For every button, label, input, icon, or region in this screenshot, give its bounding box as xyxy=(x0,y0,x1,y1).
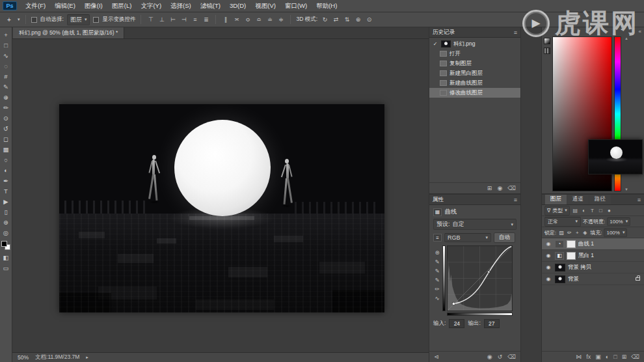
history-item-modify-curves-layer[interactable]: 修改曲线图层 xyxy=(429,88,520,98)
auto-button[interactable]: 自动 xyxy=(494,232,515,243)
tab-layers[interactable]: 图层 xyxy=(545,194,567,204)
history-panel-tab[interactable]: 历史记录 xyxy=(433,29,455,36)
curves-editor[interactable] xyxy=(442,245,513,316)
menu-filter[interactable]: 滤镜(T) xyxy=(196,0,225,12)
auto-select-checkbox[interactable] xyxy=(31,17,37,23)
create-snapshot-icon[interactable]: ◉ xyxy=(497,185,502,191)
new-group-icon[interactable]: □ xyxy=(613,354,617,360)
tab-paths[interactable]: 路径 xyxy=(589,194,611,204)
filter-kind-dropdown[interactable]: ∇ 类型 ▾ xyxy=(544,206,570,216)
new-adjustment-layer-icon[interactable]: ◐ xyxy=(606,354,609,360)
document-tab[interactable]: 科幻.png @ 50% (曲线 1, 图层蒙版/16) * xyxy=(13,27,124,38)
zoom-tool[interactable]: ◎ xyxy=(1,227,12,238)
opacity-dropdown[interactable]: 100% ▾ xyxy=(607,217,630,226)
fill-dropdown[interactable]: 100% ▾ xyxy=(604,229,627,237)
curves-graph[interactable] xyxy=(447,245,513,311)
align-vertical-centers-icon[interactable]: ⊥ xyxy=(157,16,166,23)
layer-bw-1[interactable]: ◉ ◧ 黑白 1 xyxy=(542,250,644,262)
tool-preset-caret-icon[interactable]: ▾ xyxy=(18,17,20,22)
new-document-from-state-icon[interactable]: ⊞ xyxy=(487,185,492,191)
foreground-color-swatch[interactable] xyxy=(1,241,7,247)
adjustment-layer-thumbnail[interactable]: ◔ xyxy=(555,240,564,248)
status-arrow-icon[interactable]: ▸ xyxy=(86,355,88,360)
layer-style-icon[interactable]: fx xyxy=(586,354,591,360)
new-layer-icon[interactable]: ⊞ xyxy=(622,354,627,360)
collapse-panel-icon[interactable]: « xyxy=(639,29,641,35)
gray-point-eyedropper-icon[interactable]: ✎ xyxy=(435,268,439,274)
align-right-edges-icon[interactable]: ≣ xyxy=(202,16,210,23)
hand-tool[interactable]: ⊛ xyxy=(1,217,12,227)
type-tool[interactable]: T xyxy=(1,186,12,196)
crop-tool[interactable]: # xyxy=(1,71,12,81)
3d-drag-icon[interactable]: ⇅ xyxy=(343,16,351,23)
layer-background-copy[interactable]: ◉ 背景 拷贝 xyxy=(542,262,644,273)
layer-visibility-icon[interactable]: ◉ xyxy=(544,264,552,270)
clip-to-layer-icon[interactable]: ⊲ xyxy=(434,354,439,360)
gradient-tool[interactable]: ▦ xyxy=(1,144,12,154)
brush-tool[interactable]: ✏ xyxy=(1,102,12,113)
layer-curves-1[interactable]: ◉ ◔ 曲线 1 xyxy=(542,238,644,250)
layer-name[interactable]: 背景 拷贝 xyxy=(568,264,591,272)
distribute-right-edges-icon[interactable]: ≑ xyxy=(276,16,285,23)
layer-background[interactable]: ◉ 背景 xyxy=(542,273,644,285)
dodge-tool[interactable]: ◐ xyxy=(1,165,12,175)
distribute-vertical-centers-icon[interactable]: ≍ xyxy=(232,16,241,23)
input-value-field[interactable]: 24 xyxy=(449,319,464,328)
menu-window[interactable]: 窗口(W) xyxy=(280,0,312,12)
path-selection-tool[interactable]: ▶ xyxy=(1,196,12,206)
delete-layer-icon[interactable]: ⌫ xyxy=(631,354,639,360)
gradient-swatch-icon[interactable] xyxy=(544,38,550,44)
zoom-level[interactable]: 50% xyxy=(18,354,29,361)
3d-roll-icon[interactable]: ⇄ xyxy=(332,16,340,23)
lock-image-pixels-icon[interactable]: ✏ xyxy=(566,230,572,236)
clone-stamp-tool[interactable]: ⊙ xyxy=(1,113,12,123)
document-image[interactable] xyxy=(59,104,384,313)
layer-mask-thumbnail[interactable] xyxy=(567,240,576,248)
distribute-horizontal-centers-icon[interactable]: ≐ xyxy=(265,16,274,23)
align-bottom-edges-icon[interactable]: ⊢ xyxy=(168,16,177,23)
lock-all-icon[interactable]: ◈ xyxy=(582,230,588,236)
layer-name[interactable]: 背景 xyxy=(568,275,579,283)
reset-adjustment-icon[interactable]: ↺ xyxy=(498,354,503,360)
blend-mode-dropdown[interactable]: 正常 ▾ xyxy=(544,217,581,227)
filter-type-layers-icon[interactable]: T xyxy=(589,208,596,214)
lasso-tool[interactable]: ∿ xyxy=(1,50,12,61)
history-brush-tool[interactable]: ↺ xyxy=(1,123,12,133)
add-layer-mask-icon[interactable]: ▣ xyxy=(595,354,601,360)
blur-tool[interactable]: ○ xyxy=(1,154,12,165)
move-tool[interactable]: + xyxy=(1,29,12,40)
layer-thumbnail[interactable] xyxy=(555,275,565,283)
layer-visibility-icon[interactable]: ◉ xyxy=(544,276,552,282)
3d-rotate-icon[interactable]: ↻ xyxy=(321,16,329,23)
shape-tool[interactable]: ▯ xyxy=(1,206,12,217)
align-top-edges-icon[interactable]: ⊤ xyxy=(146,16,155,23)
menu-file[interactable]: 文件(F) xyxy=(21,0,50,12)
align-left-edges-icon[interactable]: ⊣ xyxy=(180,16,188,23)
eyedropper-tool[interactable]: ✎ xyxy=(1,81,12,92)
pen-tool[interactable]: ✒ xyxy=(1,175,12,186)
filter-adjustment-layers-icon[interactable]: ◐ xyxy=(580,208,587,214)
filter-pixel-layers-icon[interactable]: ▤ xyxy=(572,208,579,214)
lock-position-icon[interactable]: + xyxy=(574,230,580,236)
menu-3d[interactable]: 3D(D) xyxy=(225,0,250,12)
menu-select[interactable]: 选择(S) xyxy=(166,0,196,12)
menu-image[interactable]: 图像(I) xyxy=(80,0,107,12)
draw-curve-icon[interactable]: ∿ xyxy=(435,295,439,301)
curves-preset-dropdown[interactable]: 预设: 自定 ▾ xyxy=(433,219,517,230)
3d-scale-icon[interactable]: ⊙ xyxy=(365,16,373,23)
tab-channels[interactable]: 通道 xyxy=(567,194,589,204)
layer-thumbnail[interactable] xyxy=(555,264,565,272)
history-item-new-curves-layer[interactable]: 新建曲线图层 xyxy=(429,78,520,88)
menu-type[interactable]: 文字(Y) xyxy=(136,0,166,12)
panel-menu-icon[interactable]: ≡ xyxy=(637,197,641,203)
layer-visibility-icon[interactable]: ◉ xyxy=(544,241,552,247)
history-item-duplicate-layer[interactable]: 复制图层 xyxy=(429,59,520,68)
edit-curve-points-icon[interactable]: ✏ xyxy=(435,286,439,292)
white-point-eyedropper-icon[interactable]: ✎ xyxy=(435,277,439,283)
output-value-field[interactable]: 27 xyxy=(484,319,500,328)
menu-layer[interactable]: 图层(L) xyxy=(107,0,137,12)
eraser-tool[interactable]: ◻ xyxy=(1,133,12,144)
panel-menu-icon[interactable]: ≡ xyxy=(514,197,517,203)
adjustment-layer-thumbnail[interactable]: ◧ xyxy=(555,252,564,260)
distribute-top-edges-icon[interactable]: ∥ xyxy=(221,16,230,23)
